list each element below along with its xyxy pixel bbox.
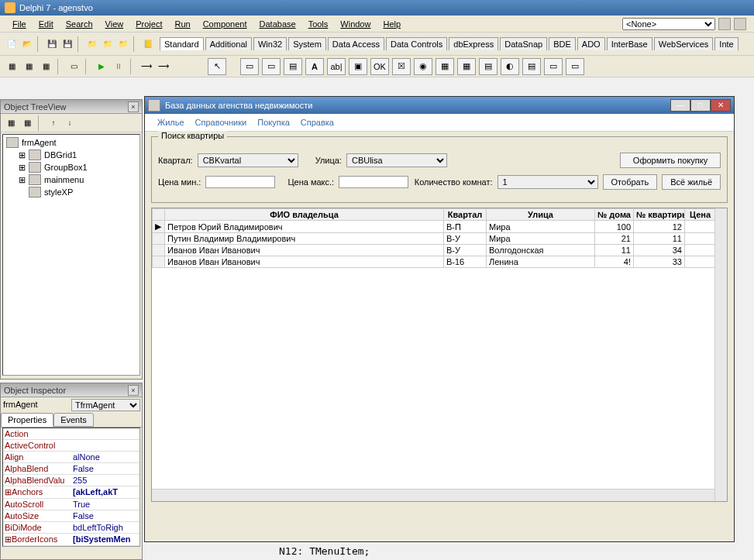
- tab-interbase[interactable]: InterBase: [607, 37, 652, 50]
- folder-icon[interactable]: 📁: [101, 37, 115, 51]
- component-icon[interactable]: A: [305, 58, 324, 75]
- tab-additional[interactable]: Additional: [205, 37, 252, 50]
- grid-table[interactable]: ФИО владельца Квартал Улица № дома № ква…: [152, 208, 714, 268]
- table-row[interactable]: Путин Владимир ВладимировичВ-УМира2111: [153, 233, 715, 245]
- cell[interactable]: В-У: [444, 245, 487, 256]
- prop-row[interactable]: Action: [3, 428, 139, 440]
- prop-value[interactable]: alNone: [71, 452, 139, 462]
- tree-btn-icon[interactable]: ▦: [4, 116, 18, 130]
- menu-project[interactable]: Project: [131, 17, 167, 31]
- tab-datacontrols[interactable]: Data Controls: [386, 37, 447, 50]
- folder-icon[interactable]: 📁: [85, 37, 99, 51]
- menu-edit[interactable]: Edit: [34, 17, 58, 31]
- tab-bde[interactable]: BDE: [549, 37, 576, 50]
- toolbar-icon[interactable]: [718, 18, 731, 30]
- component-icon[interactable]: OK: [370, 58, 389, 75]
- cell[interactable]: 12: [634, 221, 685, 233]
- view-icon[interactable]: ▦: [22, 60, 36, 74]
- close-icon[interactable]: ×: [128, 385, 139, 396]
- prop-row[interactable]: AlphaBlendFalse: [3, 463, 139, 475]
- cell[interactable]: 100: [595, 221, 634, 233]
- cell[interactable]: [685, 245, 715, 256]
- tab-webservices[interactable]: WebServices: [654, 37, 714, 50]
- component-icon[interactable]: ▤: [479, 58, 498, 75]
- open-icon[interactable]: 📂: [20, 37, 34, 51]
- system-menu-icon[interactable]: [148, 99, 160, 112]
- component-icon[interactable]: ◐: [501, 58, 519, 75]
- table-row[interactable]: Иванов Иван ИвановичВ-16Ленина4!33: [153, 256, 715, 268]
- window-icon[interactable]: ▭: [67, 60, 81, 74]
- prop-row[interactable]: AlphaBlendValu255: [3, 475, 139, 486]
- prop-value[interactable]: False: [71, 463, 139, 474]
- component-icon[interactable]: ▣: [349, 58, 367, 75]
- tab-ado[interactable]: ADO: [577, 37, 605, 50]
- menu-zhilie[interactable]: Жилье: [153, 116, 189, 129]
- select-button[interactable]: Отобрать: [603, 174, 658, 190]
- grid-horizontal-scrollbar[interactable]: [152, 489, 714, 501]
- cell[interactable]: В-У: [444, 233, 487, 245]
- tab-dataaccess[interactable]: Data Access: [328, 37, 384, 50]
- component-icon[interactable]: ▦: [436, 58, 454, 75]
- col-fio[interactable]: ФИО владельца: [165, 209, 444, 221]
- component-icon[interactable]: ▤: [284, 58, 302, 75]
- minimize-icon[interactable]: —: [670, 99, 690, 112]
- menu-tools[interactable]: Tools: [304, 17, 333, 31]
- prop-row[interactable]: ⊞Anchors[akLeft,akT: [3, 486, 139, 499]
- cell[interactable]: [685, 233, 715, 245]
- component-icon[interactable]: ▤: [522, 58, 541, 75]
- cell[interactable]: 34: [634, 245, 685, 256]
- buy-button[interactable]: Оформить покупку: [620, 153, 721, 168]
- new-icon[interactable]: 📄: [5, 37, 19, 51]
- close-icon[interactable]: ×: [128, 101, 139, 112]
- prop-value[interactable]: False: [71, 510, 139, 521]
- cell[interactable]: Ленина: [487, 256, 595, 268]
- row-indicator[interactable]: [153, 256, 165, 268]
- menu-search[interactable]: Search: [61, 17, 98, 31]
- prop-row[interactable]: AutoScrollTrue: [3, 499, 139, 510]
- tab-dbexpress[interactable]: dbExpress: [449, 37, 498, 50]
- prop-value[interactable]: [biSystemMen: [71, 534, 139, 545]
- price-max-input[interactable]: [339, 176, 408, 188]
- menu-spravka[interactable]: Справка: [296, 116, 339, 129]
- col-dom[interactable]: № дома: [595, 209, 634, 221]
- component-icon[interactable]: ab|: [327, 58, 346, 75]
- row-indicator[interactable]: ▶: [153, 221, 165, 233]
- close-icon[interactable]: ✕: [711, 99, 731, 112]
- col-price[interactable]: Цена: [685, 209, 715, 221]
- menu-file[interactable]: File: [8, 17, 31, 31]
- component-icon[interactable]: ☒: [392, 58, 411, 75]
- tab-datasnap[interactable]: DataSnap: [500, 37, 547, 50]
- save-icon[interactable]: 💾: [45, 37, 59, 51]
- tab-standard[interactable]: Standard: [160, 37, 204, 50]
- down-icon[interactable]: ↓: [63, 116, 77, 130]
- table-row[interactable]: Иванов Иван ИвановичВ-УВолгодонская1134: [153, 245, 715, 256]
- grid-corner[interactable]: [153, 209, 165, 221]
- price-min-input[interactable]: [205, 176, 275, 188]
- tree-item[interactable]: styleXP: [5, 186, 138, 198]
- up-icon[interactable]: ↑: [46, 116, 60, 130]
- col-flat[interactable]: № квартиры: [634, 209, 685, 221]
- row-indicator[interactable]: [153, 233, 165, 245]
- prop-value[interactable]: bdLeftToRigh: [71, 522, 139, 533]
- table-row[interactable]: ▶Петров Юрий ВладимировичВ-ПМира10012: [153, 221, 715, 233]
- cell[interactable]: В-П: [444, 221, 487, 233]
- component-icon[interactable]: ▭: [544, 58, 563, 75]
- menu-component[interactable]: Component: [198, 17, 252, 31]
- maximize-icon[interactable]: □: [690, 99, 711, 112]
- config-select[interactable]: <None>: [622, 18, 715, 30]
- rooms-select[interactable]: 1: [498, 175, 598, 189]
- col-kvartal[interactable]: Квартал: [444, 209, 487, 221]
- cell[interactable]: Путин Владимир Владимирович: [165, 233, 444, 245]
- all-button[interactable]: Всё жильё: [662, 174, 721, 190]
- menu-help[interactable]: Help: [378, 17, 405, 31]
- cell[interactable]: [685, 221, 715, 233]
- prop-value[interactable]: 255: [71, 475, 139, 486]
- component-icon[interactable]: ▭: [566, 58, 584, 75]
- inspector-props[interactable]: ActionActiveControlAlignalNoneAlphaBlend…: [2, 428, 140, 547]
- db-grid[interactable]: ФИО владельца Квартал Улица № дома № ква…: [151, 208, 728, 502]
- prop-row[interactable]: ⊞BorderIcons[biSystemMen: [3, 534, 139, 546]
- component-icon[interactable]: ▭: [262, 58, 281, 75]
- menu-run[interactable]: Run: [170, 17, 195, 31]
- cell[interactable]: [685, 256, 715, 268]
- view-icon[interactable]: ▦: [39, 60, 53, 74]
